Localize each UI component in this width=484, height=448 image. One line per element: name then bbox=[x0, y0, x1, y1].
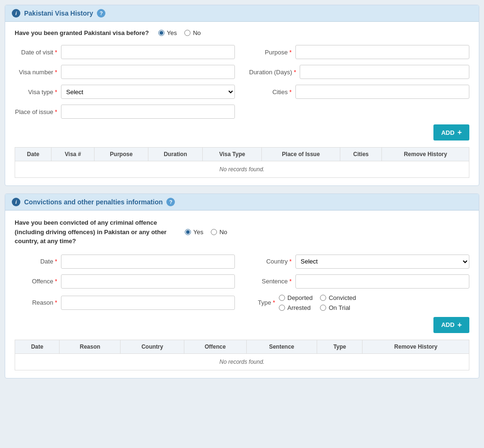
visa-no-label[interactable]: No bbox=[184, 29, 201, 36]
on-trial-radio[interactable] bbox=[320, 305, 326, 311]
visa-col-cities: Cities bbox=[340, 148, 382, 161]
reason-required: * bbox=[55, 299, 57, 306]
purpose-required-star: * bbox=[289, 49, 292, 56]
convictions-section: i Convictions and other penalties inform… bbox=[5, 193, 479, 378]
place-of-issue-field: Place of issue * bbox=[15, 105, 235, 119]
visa-no-records-row: No records found. bbox=[15, 161, 469, 178]
conv-col-offence: Offence bbox=[184, 340, 246, 353]
convictions-yes-radio[interactable] bbox=[185, 229, 191, 235]
visa-number-label: Visa number * bbox=[15, 69, 57, 76]
visa-add-label: ADD bbox=[441, 129, 454, 136]
deported-radio[interactable] bbox=[279, 295, 285, 301]
purpose-input[interactable] bbox=[295, 45, 469, 59]
reason-field: Reason * bbox=[15, 294, 235, 311]
convictions-yes-text: Yes bbox=[193, 228, 203, 236]
visa-section-body: Have you been granted Pakistani visa bef… bbox=[5, 22, 479, 185]
visa-number-input[interactable] bbox=[61, 65, 235, 79]
convictions-radio-group: Yes No bbox=[185, 228, 227, 236]
country-label: Country * bbox=[249, 258, 292, 265]
reason-label: Reason * bbox=[15, 299, 57, 306]
place-required-star: * bbox=[55, 109, 57, 115]
sentence-field: Sentence * bbox=[249, 274, 469, 289]
convictions-yes-label[interactable]: Yes bbox=[185, 228, 203, 236]
date-required-star: * bbox=[55, 49, 57, 56]
on-trial-text: On Trial bbox=[328, 304, 350, 311]
duration-input[interactable] bbox=[300, 65, 469, 79]
arrested-radio[interactable] bbox=[279, 305, 285, 311]
date-of-visit-input[interactable] bbox=[61, 45, 235, 59]
purpose-field: Purpose * bbox=[249, 45, 469, 59]
conv-col-reason: Reason bbox=[60, 340, 121, 353]
convictions-no-radio[interactable] bbox=[211, 229, 217, 235]
visa-number-field: Visa number * bbox=[15, 65, 235, 79]
type-field: Type * Deported Convicted Arrested bbox=[249, 294, 469, 311]
cities-field: Cities * bbox=[249, 85, 469, 99]
conviction-date-label: Date * bbox=[15, 258, 57, 265]
visa-col-date: Date bbox=[15, 148, 52, 161]
visa-info-icon: i bbox=[12, 9, 20, 18]
convicted-label[interactable]: Convicted bbox=[320, 294, 356, 301]
visa-history-section: i Pakistani Visa History ? Have you been… bbox=[5, 5, 479, 186]
visa-type-select[interactable]: Select bbox=[61, 85, 235, 99]
type-label: Type * bbox=[249, 299, 275, 306]
arrested-label[interactable]: Arrested bbox=[279, 304, 312, 311]
date-of-visit-label: Date of visit * bbox=[15, 49, 57, 56]
visa-col-visa-num: Visa # bbox=[52, 148, 95, 161]
offence-label: Offence * bbox=[15, 278, 57, 285]
visa-table-header-row: Date Visa # Purpose Duration Visa Type P… bbox=[15, 148, 469, 161]
convictions-add-label: ADD bbox=[441, 321, 454, 328]
convictions-help-icon[interactable]: ? bbox=[166, 198, 175, 206]
conv-col-type: Type bbox=[317, 340, 363, 353]
convictions-add-plus-icon: + bbox=[458, 321, 462, 329]
visa-no-text: No bbox=[193, 29, 201, 36]
visa-question-row: Have you been granted Pakistani visa bef… bbox=[15, 29, 469, 36]
deported-label[interactable]: Deported bbox=[279, 294, 312, 301]
convictions-add-button[interactable]: ADD + bbox=[433, 317, 469, 333]
visa-add-button[interactable]: ADD + bbox=[433, 124, 469, 141]
offence-field: Offence * bbox=[15, 274, 235, 289]
visa-help-icon[interactable]: ? bbox=[97, 9, 105, 18]
visa-question-text: Have you been granted Pakistani visa bef… bbox=[15, 29, 149, 36]
convictions-info-icon: i bbox=[12, 198, 20, 206]
sentence-input[interactable] bbox=[295, 274, 469, 289]
duration-required-star: * bbox=[294, 69, 296, 76]
convicted-radio[interactable] bbox=[320, 295, 326, 301]
conv-col-country: Country bbox=[121, 340, 184, 353]
reason-input[interactable] bbox=[61, 296, 235, 310]
visa-col-visa-type: Visa Type bbox=[203, 148, 262, 161]
convictions-no-label[interactable]: No bbox=[211, 228, 227, 236]
duration-label: Duration (Days) * bbox=[249, 69, 296, 76]
convictions-table: Date Reason Country Offence Sentence Typ… bbox=[15, 340, 469, 370]
type-radios-group: Deported Convicted Arrested On Trial bbox=[279, 294, 356, 311]
offence-required: * bbox=[55, 278, 57, 285]
visa-no-radio[interactable] bbox=[184, 30, 190, 36]
visa-yes-radio[interactable] bbox=[158, 30, 164, 36]
conv-col-sentence: Sentence bbox=[246, 340, 317, 353]
convictions-question-row: Have you been convicted of any criminal … bbox=[15, 218, 469, 246]
convictions-section-header: i Convictions and other penalties inform… bbox=[5, 194, 479, 211]
visa-col-remove-history: Remove History bbox=[382, 148, 469, 161]
arrested-text: Arrested bbox=[287, 304, 311, 311]
visa-section-header: i Pakistani Visa History ? bbox=[5, 5, 479, 22]
convictions-no-records-row: No records found. bbox=[15, 353, 469, 370]
visa-col-place-of-issue: Place of Issue bbox=[262, 148, 340, 161]
visa-no-records-text: No records found. bbox=[15, 161, 469, 178]
duration-field: Duration (Days) * bbox=[249, 65, 469, 79]
date-of-visit-field: Date of visit * bbox=[15, 45, 235, 59]
conviction-date-input[interactable] bbox=[61, 255, 235, 269]
convictions-section-body: Have you been convicted of any criminal … bbox=[5, 211, 479, 378]
purpose-label: Purpose * bbox=[249, 49, 292, 56]
visa-yes-label[interactable]: Yes bbox=[158, 29, 177, 36]
offence-input[interactable] bbox=[61, 274, 235, 289]
visa-type-label: Visa type * bbox=[15, 88, 57, 96]
cities-input[interactable] bbox=[295, 85, 469, 99]
country-select[interactable]: Select bbox=[295, 255, 469, 269]
sentence-label: Sentence * bbox=[249, 278, 292, 285]
place-of-issue-input[interactable] bbox=[61, 105, 235, 119]
convictions-no-records-text: No records found. bbox=[15, 353, 469, 370]
country-field: Country * Select bbox=[249, 255, 469, 269]
convictions-form-grid: Date * Country * Select Offence * bbox=[15, 255, 469, 311]
visa-history-table: Date Visa # Purpose Duration Visa Type P… bbox=[15, 147, 469, 178]
on-trial-label[interactable]: On Trial bbox=[320, 304, 356, 311]
conviction-date-field: Date * bbox=[15, 255, 235, 269]
